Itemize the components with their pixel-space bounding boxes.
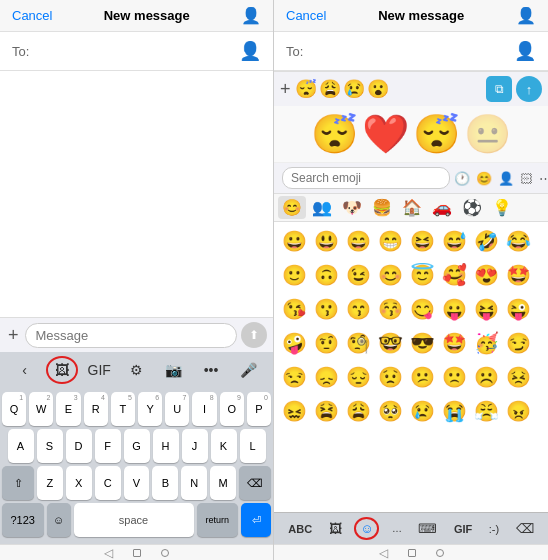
- right-contact-icon[interactable]: 👤: [516, 6, 536, 25]
- ekb-abc[interactable]: ABC: [284, 521, 316, 537]
- cat-smileys[interactable]: 😊: [278, 196, 306, 219]
- key-n[interactable]: N: [181, 466, 207, 500]
- cat-activity[interactable]: ⚽: [458, 196, 486, 219]
- ekb-backspace[interactable]: ⌫: [512, 519, 538, 538]
- right-plus-button[interactable]: +: [280, 79, 291, 100]
- emoji-cell[interactable]: 🙃: [310, 259, 342, 291]
- key-y[interactable]: Y6: [138, 392, 162, 426]
- key-d[interactable]: D: [66, 429, 92, 463]
- left-cancel-button[interactable]: Cancel: [12, 8, 52, 23]
- emoji-cell[interactable]: 🙁: [438, 361, 470, 393]
- ekb-dots[interactable]: …: [388, 521, 406, 536]
- emoji-cell[interactable]: 😏: [502, 327, 534, 359]
- cat-places[interactable]: 🏠: [398, 196, 426, 219]
- emoji-cell[interactable]: 😇: [406, 259, 438, 291]
- emoji-cell[interactable]: 🤪: [278, 327, 310, 359]
- emoji-cell[interactable]: 😂: [502, 225, 534, 257]
- left-kb-camera[interactable]: 📷: [158, 356, 190, 384]
- key-emoji-bottom[interactable]: ☺: [47, 503, 71, 537]
- key-v[interactable]: V: [124, 466, 150, 500]
- ekb-gif[interactable]: GIF: [450, 521, 476, 537]
- key-e[interactable]: E3: [56, 392, 80, 426]
- emoji-person-icon[interactable]: 👤: [498, 171, 514, 186]
- emoji-cell[interactable]: 😄: [342, 225, 374, 257]
- key-c[interactable]: C: [95, 466, 121, 500]
- emoji-cell[interactable]: 😗: [310, 293, 342, 325]
- emoji-cell[interactable]: ☹️: [470, 361, 502, 393]
- right-add-contact-icon[interactable]: 👤: [514, 40, 536, 62]
- emoji-cell[interactable]: 😀: [278, 225, 310, 257]
- emoji-cell[interactable]: 😋: [406, 293, 438, 325]
- key-h[interactable]: H: [153, 429, 179, 463]
- emoji-cell[interactable]: 😉: [342, 259, 374, 291]
- left-kb-back[interactable]: ‹: [9, 356, 41, 384]
- key-shift[interactable]: ⇧: [2, 466, 34, 500]
- emoji-cell[interactable]: 😙: [342, 293, 374, 325]
- emoji-cell[interactable]: 😖: [278, 395, 310, 427]
- emoji-cell[interactable]: 😍: [470, 259, 502, 291]
- key-j[interactable]: J: [182, 429, 208, 463]
- emoji-cell[interactable]: 🤓: [374, 327, 406, 359]
- emoji-strip-item[interactable]: 😮: [367, 78, 389, 100]
- emoji-cell[interactable]: 😚: [374, 293, 406, 325]
- left-kb-gif[interactable]: GIF: [83, 356, 115, 384]
- cat-animals[interactable]: 🐶: [338, 196, 366, 219]
- emoji-skin-icon[interactable]: 🏻: [520, 171, 533, 186]
- emoji-cell[interactable]: 🤩: [438, 327, 470, 359]
- emoji-cell[interactable]: 🤣: [470, 225, 502, 257]
- right-cancel-button[interactable]: Cancel: [286, 8, 326, 23]
- key-t[interactable]: T5: [111, 392, 135, 426]
- emoji-strip-item[interactable]: 😩: [319, 78, 341, 100]
- emoji-more-icon[interactable]: ⋯: [539, 171, 548, 186]
- left-kb-more[interactable]: •••: [195, 356, 227, 384]
- cat-people[interactable]: 👥: [308, 196, 336, 219]
- emoji-cell[interactable]: 😕: [406, 361, 438, 393]
- key-g[interactable]: G: [124, 429, 150, 463]
- ekb-keyboard[interactable]: ⌨: [414, 519, 441, 538]
- left-back-nav[interactable]: ◁: [104, 546, 113, 560]
- emoji-cell[interactable]: 😫: [310, 395, 342, 427]
- emoji-cell[interactable]: 😣: [502, 361, 534, 393]
- emoji-cell[interactable]: 🥰: [438, 259, 470, 291]
- key-q[interactable]: Q1: [2, 392, 26, 426]
- left-message-input[interactable]: [25, 323, 237, 348]
- left-to-input[interactable]: [35, 44, 239, 59]
- emoji-cell[interactable]: 😛: [438, 293, 470, 325]
- emoji-cell[interactable]: 🧐: [342, 327, 374, 359]
- emoji-cell[interactable]: 😤: [470, 395, 502, 427]
- key-o[interactable]: O9: [220, 392, 244, 426]
- emoji-strip-item[interactable]: 😴: [295, 78, 317, 100]
- emoji-cell[interactable]: 😩: [342, 395, 374, 427]
- emoji-clock-icon[interactable]: 🕐: [454, 171, 470, 186]
- key-x[interactable]: X: [66, 466, 92, 500]
- emoji-cell[interactable]: 🤩: [502, 259, 534, 291]
- left-kb-emoji-btn[interactable]: 🖼: [46, 356, 78, 384]
- key-backspace[interactable]: ⌫: [239, 466, 271, 500]
- right-emoji-search-input[interactable]: [282, 167, 450, 189]
- left-kb-settings[interactable]: ⚙: [120, 356, 152, 384]
- ekb-smiley[interactable]: :-): [485, 521, 503, 537]
- emoji-face-icon[interactable]: 😊: [476, 171, 492, 186]
- emoji-cell[interactable]: 😞: [310, 361, 342, 393]
- key-p[interactable]: P0: [247, 392, 271, 426]
- key-s[interactable]: S: [37, 429, 63, 463]
- key-f[interactable]: F: [95, 429, 121, 463]
- key-l[interactable]: L: [240, 429, 266, 463]
- emoji-strip-item[interactable]: 😢: [343, 78, 365, 100]
- cat-food[interactable]: 🍔: [368, 196, 396, 219]
- ekb-emoji[interactable]: ☺: [354, 517, 379, 540]
- emoji-cell[interactable]: 😒: [278, 361, 310, 393]
- key-a[interactable]: A: [8, 429, 34, 463]
- emoji-cell[interactable]: 😆: [406, 225, 438, 257]
- emoji-cell[interactable]: 🙂: [278, 259, 310, 291]
- emoji-cell[interactable]: 😁: [374, 225, 406, 257]
- key-m[interactable]: M: [210, 466, 236, 500]
- right-to-input[interactable]: [309, 44, 514, 59]
- emoji-cell[interactable]: 😃: [310, 225, 342, 257]
- emoji-cell[interactable]: 🤨: [310, 327, 342, 359]
- cat-travel[interactable]: 🚗: [428, 196, 456, 219]
- key-num[interactable]: ?123: [2, 503, 44, 537]
- key-w[interactable]: W2: [29, 392, 53, 426]
- big-emoji-3[interactable]: 😴: [413, 112, 460, 156]
- key-b[interactable]: B: [152, 466, 178, 500]
